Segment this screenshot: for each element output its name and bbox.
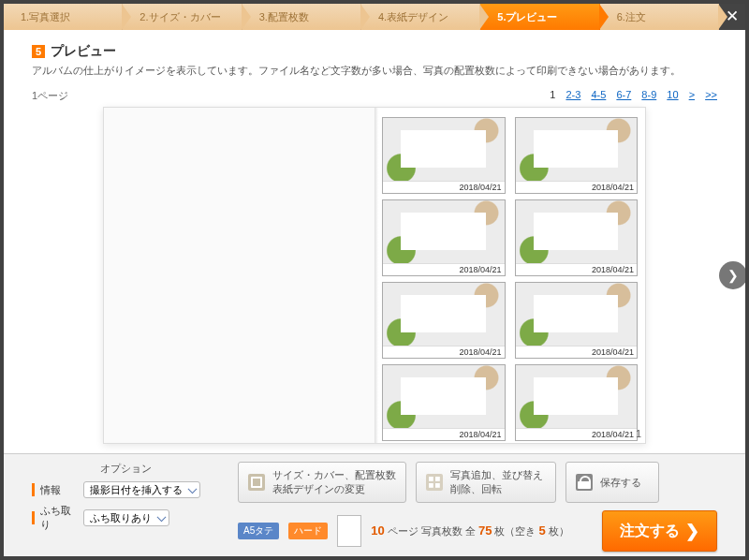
photo-cell[interactable]: 2018/04/21 (515, 117, 639, 194)
order-button[interactable]: 注文する ❯ (602, 510, 717, 552)
page-description: アルバムの仕上がりイメージを表示しています。ファイル名など文字数が多い場合、写真… (32, 64, 717, 78)
album-spread: 2018/04/21 2018/04/21 2018/04/21 2018/04… (103, 107, 646, 444)
photo-date: 2018/04/21 (383, 428, 505, 440)
page-number: 1 (636, 428, 641, 439)
wizard-stepbar: 1.写真選択 2.サイズ・カバー 3.配置枚数 4.表紙デザイン 5.プレビュー… (4, 4, 745, 30)
next-page-arrow[interactable]: ❯ (719, 261, 745, 289)
photo-date: 2018/04/21 (516, 346, 638, 358)
page-links: 1 2-3 4-5 6-7 8-9 10 > >> (542, 89, 717, 103)
border-option-select[interactable]: ふち取りあり (83, 509, 169, 526)
order-label: 注文する (620, 522, 680, 541)
step-2[interactable]: 2.サイズ・カバー (123, 4, 242, 30)
page-link-4-5[interactable]: 4-5 (591, 89, 606, 100)
photo-cell[interactable]: 2018/04/21 (515, 199, 639, 276)
save-label: 保存する (600, 476, 641, 490)
step-4[interactable]: 4.表紙デザイン (361, 4, 480, 30)
change-design-label: サイズ・カバー、配置枚数 表紙デザインの変更 (272, 468, 396, 496)
page-indicator-left: 1ページ (32, 89, 68, 103)
album-summary: 10 ページ 写真枚数 全 75 枚（空き 5 枚） (371, 523, 569, 538)
page-link-8-9[interactable]: 8-9 (641, 89, 656, 100)
album-page-left (104, 108, 374, 443)
photo-cell[interactable]: 2018/04/21 (515, 364, 639, 441)
photo-cell[interactable]: 2018/04/21 (382, 117, 506, 194)
photo-date: 2018/04/21 (516, 428, 638, 440)
page-link-6-7[interactable]: 6-7 (616, 89, 631, 100)
photo-date: 2018/04/21 (383, 181, 505, 193)
cover-thumb (337, 515, 361, 547)
page-link-current: 1 (550, 89, 555, 100)
photo-date: 2018/04/21 (516, 263, 638, 275)
photo-date: 2018/04/21 (516, 181, 638, 193)
edit-photos-button[interactable]: 写真追加、並び替え 削除、回転 (416, 462, 556, 503)
step-3[interactable]: 3.配置枚数 (242, 4, 361, 30)
page-link-10[interactable]: 10 (667, 89, 678, 100)
info-option-label: 情報 (40, 483, 78, 497)
lock-icon (576, 474, 593, 491)
grid-icon (426, 474, 443, 491)
change-design-button[interactable]: サイズ・カバー、配置枚数 表紙デザインの変更 (238, 462, 406, 503)
step-1[interactable]: 1.写真選択 (4, 4, 123, 30)
layout-icon (248, 474, 265, 491)
save-button[interactable]: 保存する (565, 462, 659, 503)
photo-date: 2018/04/21 (383, 263, 505, 275)
step-6[interactable]: 6.注文 (600, 4, 719, 30)
chevron-right-icon: ❯ (685, 521, 699, 541)
photo-cell[interactable]: 2018/04/21 (382, 199, 506, 276)
accent-bar (32, 483, 35, 496)
step-number-badge: 5 (32, 45, 45, 58)
page-link-last[interactable]: >> (705, 89, 717, 100)
photo-cell[interactable]: 2018/04/21 (515, 282, 639, 359)
page-link-next[interactable]: > (689, 89, 695, 100)
border-option-label: ふち取り (40, 504, 78, 532)
cover-tag: ハード (288, 523, 328, 539)
size-tag: A5タテ (238, 523, 279, 539)
page-title: プレビュー (51, 43, 116, 60)
photo-cell[interactable]: 2018/04/21 (382, 282, 506, 359)
photo-date: 2018/04/21 (383, 346, 505, 358)
page-link-2-3[interactable]: 2-3 (565, 89, 580, 100)
accent-bar (32, 511, 35, 524)
edit-photos-label: 写真追加、並び替え 削除、回転 (450, 468, 543, 496)
info-option-select[interactable]: 撮影日付を挿入する (83, 481, 200, 498)
photo-cell[interactable]: 2018/04/21 (382, 364, 506, 441)
album-page-right: 2018/04/21 2018/04/21 2018/04/21 2018/04… (374, 108, 645, 443)
options-header: オプション (32, 462, 219, 476)
step-5[interactable]: 5.プレビュー (480, 4, 599, 30)
chevron-right-icon: ❯ (727, 268, 739, 283)
